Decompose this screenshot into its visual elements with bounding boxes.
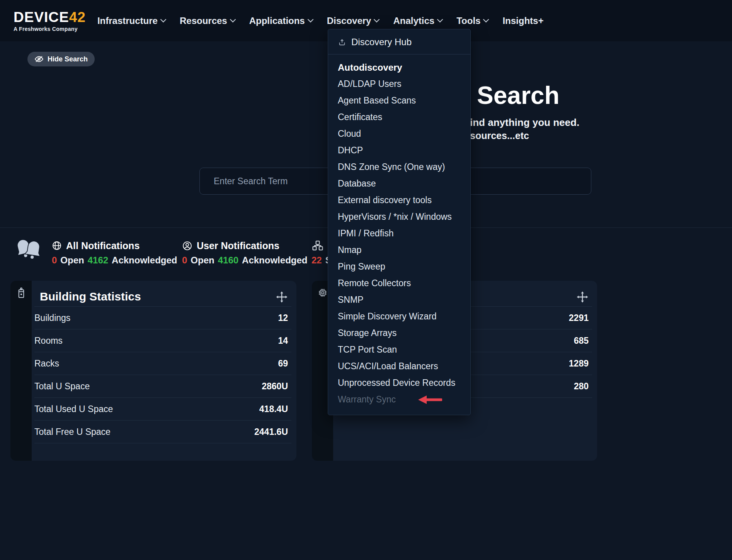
chevron-down-icon [307, 17, 313, 23]
nav-item-label: Resources [180, 15, 227, 26]
menu-item[interactable]: Storage Arrays [328, 325, 470, 341]
menu-item[interactable]: External discovery tools [328, 192, 470, 209]
hide-search-button[interactable]: Hide Search [27, 52, 95, 66]
menu-item[interactable]: Simple Discovery Wizard [328, 308, 470, 325]
menu-item[interactable]: TCP Port Scan [328, 341, 470, 358]
open-label: Open [191, 255, 214, 266]
device42-dashboard: DEVICE42 A Freshworks Company Infrastruc… [0, 0, 732, 560]
services-icon [312, 240, 324, 251]
open-count: 0 [182, 255, 187, 266]
row-label: Racks [34, 358, 59, 369]
nav-item-label: Discovery [327, 15, 371, 26]
table-row: Rooms 14 [34, 329, 291, 352]
row-value: 2860U [262, 381, 291, 392]
menu-separator [328, 54, 470, 54]
open-count: 22 [312, 255, 322, 266]
row-label: Buildings [34, 313, 70, 323]
menu-item-warranty-sync[interactable]: Warranty Sync [328, 391, 470, 408]
row-value: 2291 [569, 313, 592, 323]
brand-logo[interactable]: DEVICE42 A Freshworks Company [14, 10, 86, 32]
bell-icon [14, 235, 43, 266]
discovery-dropdown-menu: Discovery Hub Autodiscovery AD/LDAP User… [328, 29, 471, 415]
brand-subtitle: A Freshworks Company [14, 26, 86, 32]
building-statistics-table: Buildings 12 Rooms 14 Racks 69 Total U S… [34, 306, 291, 443]
menu-item[interactable]: DHCP [328, 142, 470, 159]
table-row: Racks 69 [34, 352, 291, 375]
menu-item[interactable]: Database [328, 175, 470, 192]
menu-item[interactable]: Unprocessed Device Records [328, 375, 470, 391]
menu-item[interactable]: Nmap [328, 242, 470, 258]
nav-item[interactable]: Analytics [393, 15, 442, 26]
user-notifications-counts: 0 Open 4160 Acknowledged [182, 255, 307, 266]
acknowledged-label: Acknowledged [112, 255, 177, 266]
brand-name-e: E [59, 9, 69, 25]
nav-item[interactable]: Infrastructure [97, 15, 165, 26]
menu-section-autodiscovery: Autodiscovery [328, 59, 470, 76]
menu-item[interactable]: Ping Sweep [328, 258, 470, 275]
nav-item-label: Applications [249, 15, 305, 26]
nav-item[interactable]: Resources [180, 15, 235, 26]
all-notifications-counts: 0 Open 4162 Acknowledged [52, 255, 177, 266]
menu-item[interactable]: Agent Based Scans [328, 92, 470, 109]
row-value: 69 [278, 358, 291, 369]
row-value: 2441.6U [254, 427, 291, 437]
brand-logo-text: DEVICE42 [14, 10, 86, 24]
chevron-down-icon [160, 17, 167, 23]
move-handle-icon[interactable] [276, 291, 288, 305]
search-subtext-line1: ind anything you need. [470, 117, 579, 129]
nav-item-label: Tools [456, 15, 480, 26]
row-value: 280 [574, 381, 592, 392]
annotation-arrow-left-icon [418, 395, 442, 406]
user-notifications-title[interactable]: User Notifications [197, 240, 279, 251]
row-value: 14 [278, 336, 291, 346]
nav-item[interactable]: Applications [249, 15, 313, 26]
chevron-down-icon [374, 17, 380, 23]
all-notifications: All Notifications 0 Open 4162 Acknowledg… [52, 239, 177, 266]
menu-item[interactable]: Cloud [328, 126, 470, 142]
menu-item[interactable]: AD/LDAP Users [328, 76, 470, 92]
table-row: Total U Space 2860U [34, 375, 291, 398]
acknowledged-count: 4160 [218, 255, 238, 266]
menu-item[interactable]: IPMI / Redfish [328, 225, 470, 242]
discovery-hub-label: Discovery Hub [351, 37, 412, 48]
all-notifications-title[interactable]: All Notifications [66, 240, 140, 251]
menu-item[interactable]: UCS/ACI/Load Balancers [328, 358, 470, 375]
table-row: Total Free U Space 2441.6U [34, 421, 291, 443]
menu-item[interactable]: Remote Collectors [328, 275, 470, 292]
row-label: Total U Space [34, 381, 90, 392]
nav-item[interactable]: Tools [456, 15, 488, 26]
menu-item[interactable]: HyperVisors / *nix / Windows [328, 209, 470, 225]
chevron-down-icon [483, 17, 489, 23]
user-icon [182, 241, 192, 251]
row-value: 418.4U [259, 404, 291, 414]
globe-icon [52, 241, 62, 251]
chip-icon [317, 287, 328, 298]
open-label: Open [60, 255, 84, 266]
menu-items: AD/LDAP Users Agent Based Scans Certific… [328, 76, 470, 391]
search-subtext-line2: sources...etc [470, 130, 529, 141]
row-value: 685 [574, 336, 592, 346]
nav-item[interactable]: Discovery [327, 15, 379, 26]
row-label: Rooms [34, 336, 63, 346]
chevron-down-icon [437, 17, 443, 23]
move-handle-icon[interactable] [576, 291, 589, 305]
eye-off-icon [34, 55, 44, 63]
table-row: Total Used U Space 418.4U [34, 398, 291, 421]
table-row: Buildings 12 [34, 307, 291, 329]
acknowledged-count: 4162 [88, 255, 108, 266]
search-page-title: Search [477, 81, 559, 110]
row-label: Total Used U Space [34, 404, 113, 414]
card-title: Building Statistics [40, 290, 141, 303]
nav-item-label: Insights+ [502, 15, 543, 26]
menu-item-discovery-hub[interactable]: Discovery Hub [328, 34, 470, 51]
menu-item[interactable]: DNS Zone Sync (One way) [328, 159, 470, 175]
menu-item[interactable]: SNMP [328, 292, 470, 308]
card-strip [10, 281, 32, 461]
brand-name-accent: 42 [69, 9, 86, 25]
menu-item[interactable]: Certificates [328, 109, 470, 126]
nav-item[interactable]: Insights+ [502, 15, 543, 26]
nav-item-label: Infrastructure [97, 15, 158, 26]
brand-name: DEVIC [14, 9, 59, 25]
row-label: Total Free U Space [34, 427, 111, 437]
open-count: 0 [52, 255, 57, 266]
